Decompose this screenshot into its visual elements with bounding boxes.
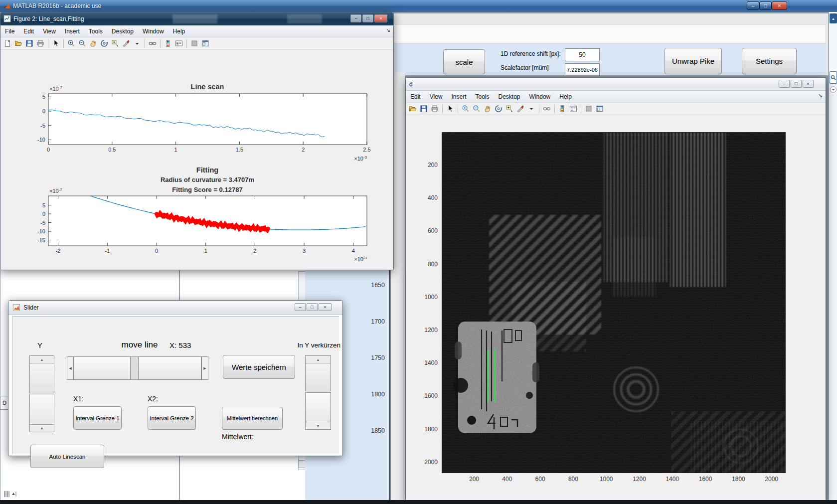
image-ytick-label: 2000 <box>413 459 438 466</box>
shorten-slider-down[interactable]: ▼ <box>305 392 331 430</box>
slider-down-arrow-icon[interactable]: ▼ <box>306 422 331 429</box>
main-minimize-button[interactable]: – <box>747 1 759 10</box>
figure2-maximize-button[interactable]: □ <box>362 14 373 22</box>
insert-colorbar-icon[interactable] <box>557 103 568 114</box>
collapse-panel-icon[interactable]: ▲ <box>830 13 837 23</box>
move-line-slider[interactable]: ◀ ▶ <box>67 356 208 380</box>
save-values-button[interactable]: Werte speichern <box>223 355 295 379</box>
pan-icon[interactable] <box>482 103 493 114</box>
image-xtick-label: 200 <box>463 476 485 483</box>
new-file-icon[interactable] <box>2 38 13 49</box>
menu-item-help[interactable]: Help <box>555 92 576 102</box>
menu-item-desktop[interactable]: Desktop <box>107 26 138 36</box>
slider-left-arrow-icon[interactable]: ◀ <box>67 356 74 380</box>
slider-minimize-button[interactable]: – <box>295 303 306 311</box>
y-slider-up[interactable]: ▲ <box>29 355 54 393</box>
fitting-xtick-label: 3 <box>303 248 306 254</box>
zoom-in-icon[interactable] <box>66 38 77 49</box>
figright-close-button[interactable]: × <box>803 80 814 88</box>
slider-right-arrow-icon[interactable]: ▶ <box>201 356 208 380</box>
figure2-close-button[interactable]: × <box>374 14 387 22</box>
save-icon[interactable] <box>418 103 429 114</box>
figright-maximize-button[interactable]: □ <box>791 80 802 88</box>
interferogram-image[interactable] <box>442 132 786 473</box>
slider-up-arrow-icon[interactable]: ▲ <box>30 356 54 363</box>
interval-limit1-button[interactable]: Interval Grenze 1 <box>73 406 122 430</box>
pan-icon[interactable] <box>88 38 99 49</box>
menu-item-tools[interactable]: Tools <box>84 26 107 36</box>
dock-figure-icon[interactable]: ↘ <box>818 92 823 99</box>
insert-legend-icon[interactable] <box>568 103 579 114</box>
rotate-3d-icon[interactable] <box>99 38 110 49</box>
y-slider-down[interactable]: ▼ <box>29 394 54 432</box>
dropdown-arrow-icon[interactable] <box>132 38 143 49</box>
rotate-3d-icon[interactable] <box>493 103 504 114</box>
hide-plot-tools-icon[interactable] <box>583 103 594 114</box>
menu-item-insert[interactable]: Insert <box>447 92 471 102</box>
y-slider-label: Y <box>37 341 42 349</box>
menu-item-window[interactable]: Window <box>138 26 168 36</box>
menu-item-insert[interactable]: Insert <box>60 26 84 36</box>
open-icon[interactable] <box>407 103 418 114</box>
hide-plot-tools-icon[interactable] <box>189 38 200 49</box>
scalefactor-label: Scalefactor [müm] <box>501 64 549 71</box>
data-cursor-icon[interactable] <box>504 103 515 114</box>
main-close-button[interactable]: × <box>772 1 787 10</box>
search-icon[interactable] <box>830 71 837 84</box>
brush-icon[interactable] <box>515 103 526 114</box>
link-plots-icon[interactable] <box>541 103 552 114</box>
dock-figure-icon[interactable]: ↘ <box>386 27 390 33</box>
slider-down-arrow-icon[interactable]: ▼ <box>30 424 54 432</box>
zoom-in-icon[interactable] <box>460 103 471 114</box>
slider-trough[interactable] <box>131 356 138 380</box>
data-cursor-icon[interactable] <box>110 38 121 49</box>
insert-colorbar-icon[interactable] <box>163 38 173 49</box>
interval-limit2-button[interactable]: Interval Grenze 2 <box>148 406 196 430</box>
main-maximize-button[interactable]: □ <box>759 1 772 10</box>
figright-minimize-button[interactable]: – <box>779 80 790 88</box>
menu-item-edit[interactable]: Edit <box>19 26 38 36</box>
dropdown-arrow-icon[interactable] <box>526 103 537 114</box>
shorten-y-label: In Y verkürzen <box>282 341 340 349</box>
menu-item-help[interactable]: Help <box>168 26 190 36</box>
slider-thumb[interactable] <box>74 356 131 380</box>
menu-item-file[interactable]: File <box>0 26 19 36</box>
figure-right-titlebar: d – □ × <box>406 78 826 91</box>
show-plot-tools-icon[interactable] <box>594 103 605 114</box>
auto-linescan-button[interactable]: Auto Linescan <box>30 445 104 468</box>
unwrap-pike-button[interactable]: Unwrap Pike <box>665 48 722 74</box>
print-icon[interactable] <box>35 38 46 49</box>
menu-item-window[interactable]: Window <box>525 92 555 102</box>
save-icon[interactable] <box>24 38 35 49</box>
slider-close-button[interactable]: × <box>319 303 332 311</box>
window-grip[interactable] <box>3 491 16 498</box>
slider-up-arrow-icon[interactable]: ▲ <box>306 356 331 363</box>
scale-button[interactable]: scale <box>443 49 485 74</box>
link-plots-icon[interactable] <box>147 38 158 49</box>
brush-icon[interactable] <box>121 38 132 49</box>
print-icon[interactable] <box>429 103 440 114</box>
sample-chip <box>453 322 539 433</box>
calc-mean-button[interactable]: Mittelwert berechnen <box>222 407 283 430</box>
zoom-out-icon[interactable] <box>471 103 482 114</box>
menu-item-desktop[interactable]: Desktop <box>494 92 525 102</box>
cursor-icon[interactable] <box>445 103 456 114</box>
menu-item-view[interactable]: View <box>38 26 60 36</box>
scalefactor-input[interactable]: 7.22892e-06 <box>565 63 600 76</box>
zoom-out-icon[interactable] <box>77 38 88 49</box>
open-icon[interactable] <box>13 38 24 49</box>
shorten-slider-up[interactable]: ▲ <box>305 355 331 391</box>
menu-item-tools[interactable]: Tools <box>471 92 494 102</box>
menu-item-edit[interactable]: Edit <box>406 92 425 102</box>
menu-item-view[interactable]: View <box>425 92 447 102</box>
scroll-down-circle-icon[interactable] <box>830 86 837 94</box>
ref-shift-input[interactable]: 50 <box>565 48 600 61</box>
settings-button[interactable]: Settings <box>742 48 797 74</box>
slider-thumb[interactable] <box>138 356 201 380</box>
insert-legend-icon[interactable] <box>173 38 184 49</box>
figure2-minimize-button[interactable]: – <box>350 14 361 22</box>
fitting-x-exponent: ×10-3 <box>354 256 367 262</box>
slider-maximize-button[interactable]: □ <box>307 303 318 311</box>
cursor-icon[interactable] <box>50 38 61 49</box>
show-plot-tools-icon[interactable] <box>200 38 211 49</box>
